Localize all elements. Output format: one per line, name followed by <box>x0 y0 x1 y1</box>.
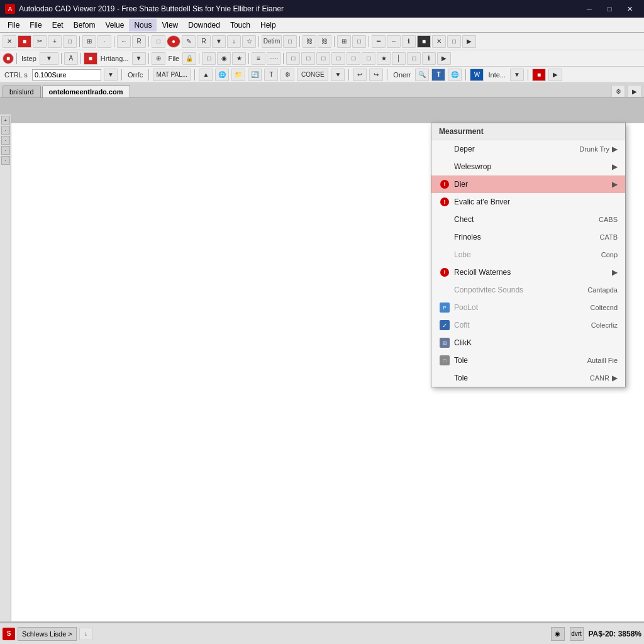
tb3-matpal-btn[interactable]: MAT PAL... <box>153 69 191 81</box>
tb-btn-sqc[interactable]: □ <box>283 35 297 48</box>
tb3-btn-redo2[interactable]: ↪ <box>369 69 383 81</box>
dropdown-item-recioll[interactable]: ! Recioll Waternes ▶ <box>431 264 625 281</box>
menu-item-touch[interactable]: Touch <box>225 19 255 31</box>
tb2-btn21[interactable]: □ <box>407 52 421 65</box>
status-arrow-btn[interactable]: ↓ <box>79 628 93 640</box>
tb3-btn-wheel[interactable]: ⚙ <box>280 69 294 81</box>
tb3-btn-arr2[interactable]: 📁 <box>231 69 245 81</box>
menu-item-file1[interactable]: File <box>3 19 25 31</box>
tb2-btn14[interactable]: □ <box>301 52 315 65</box>
tb-new-btn[interactable]: ✕ <box>3 35 16 48</box>
tb3-btn-globe[interactable]: 🌐 <box>215 69 229 81</box>
dropdown-item-tole1[interactable]: □ Tole Autaill Fie <box>431 352 625 369</box>
dropdown-item-chect[interactable]: Chect CABS <box>431 211 625 228</box>
tb3-btn-dwndrp[interactable]: ▼ <box>104 69 118 81</box>
tb-btn-pencil[interactable]: ✎ <box>182 35 196 48</box>
tb-btn-chain1[interactable]: ⛓ <box>303 35 316 48</box>
dropdown-item-dier[interactable]: ! Dier ▶ <box>431 175 625 193</box>
status-icon-dvrt[interactable]: dvrt <box>570 627 584 641</box>
tb-btn-arrow-dn[interactable]: ↓ <box>227 35 241 48</box>
tb2-btn8[interactable]: □ <box>202 52 216 65</box>
minimize-button[interactable]: ─ <box>580 3 599 15</box>
tab-ontelomeentlrado[interactable]: ontelomeentlrado.com <box>42 86 130 97</box>
tb2-btn7[interactable]: 🔒 <box>182 52 196 65</box>
side-btn-5[interactable]: · <box>1 156 10 165</box>
dropdown-item-tole2[interactable]: Tole CANR ▶ <box>431 369 625 387</box>
tb-btn-sq2[interactable]: □ <box>352 35 366 48</box>
tb3-btn-onerr[interactable]: 🔍 <box>415 69 429 81</box>
tb-btn-x3[interactable]: ✕ <box>432 35 446 48</box>
tb2-btn9[interactable]: ◉ <box>217 52 231 65</box>
tb2-btn18[interactable]: □ <box>362 52 375 65</box>
tb-btn-blk[interactable]: ■ <box>417 35 431 48</box>
side-btn-1[interactable]: + <box>1 116 10 125</box>
tb3-btn-inte-drop[interactable]: ▼ <box>510 69 524 81</box>
maximize-button[interactable]: □ <box>600 3 619 15</box>
tb2-btn6[interactable]: ⊕ <box>152 52 165 65</box>
tb2-btn15[interactable]: □ <box>316 52 330 65</box>
tb-btn-dot[interactable]: · <box>97 35 111 48</box>
menu-item-velue[interactable]: Velue <box>100 19 129 31</box>
tb2-btn22[interactable]: ℹ <box>422 52 436 65</box>
dropdown-item-frinoles[interactable]: Frinoles CATB <box>431 228 625 246</box>
ctrl-input[interactable] <box>32 69 101 80</box>
tb2-btn16[interactable]: □ <box>331 52 345 65</box>
tb2-btn19[interactable]: ★ <box>377 52 391 65</box>
dropdown-item-clikk[interactable]: ⊞ ClikK <box>431 334 625 352</box>
tab-settings-btn[interactable]: ⚙ <box>611 85 625 97</box>
tb-btn-x2[interactable]: Detirn <box>262 35 282 48</box>
tb-open-btn[interactable]: ■ <box>18 35 31 48</box>
tb-save-btn[interactable]: ✂ <box>33 35 47 48</box>
tb-undo-btn[interactable]: □ <box>63 35 77 48</box>
tb3-btn-conge[interactable]: CONGE <box>297 69 328 81</box>
menu-item-nous[interactable]: Nous <box>129 19 157 31</box>
status-red-btn[interactable]: S <box>3 628 15 640</box>
tb-btn-circ2[interactable]: ℹ <box>402 35 416 48</box>
tb-btn-sq3[interactable]: □ <box>447 35 461 48</box>
dropdown-item-evalic[interactable]: ! Evalic at'e Bnver <box>431 193 625 211</box>
tb2-btn23[interactable]: ▶ <box>437 52 451 65</box>
tb2-btn13[interactable]: □ <box>286 52 300 65</box>
tab-bnislurd[interactable]: bnislurd <box>3 86 41 97</box>
tb3-btn-more2[interactable]: ▶ <box>548 69 562 81</box>
tb-btn-r[interactable]: R <box>132 35 146 48</box>
tab-more-btn[interactable]: ▶ <box>628 85 641 97</box>
tb-btn-dash1[interactable]: ━ <box>372 35 386 48</box>
tb2-btn11[interactable]: ≡ <box>252 52 265 65</box>
menu-item-befom[interactable]: Befom <box>69 19 101 31</box>
tb2-btn2[interactable]: ▼ <box>40 52 58 65</box>
tb2-btn4[interactable]: ■ <box>84 52 97 65</box>
menu-item-file2[interactable]: File <box>25 19 47 31</box>
tb-btn-grid[interactable]: ⊞ <box>337 35 351 48</box>
tb3-btn-undo2[interactable]: ↩ <box>353 69 367 81</box>
tb3-btn-red[interactable]: ■ <box>532 69 546 81</box>
dropdown-item-weleswrop[interactable]: Weleswrop ▶ <box>431 158 625 175</box>
tb2-btn5[interactable]: ▼ <box>132 52 146 65</box>
tb-btn-chain2[interactable]: ⛓ <box>318 35 331 48</box>
tb-btn-clipboard[interactable]: □ <box>152 35 165 48</box>
tb2-btn10[interactable]: ★ <box>232 52 246 65</box>
tb3-btn-T2[interactable]: T <box>431 69 445 81</box>
tb-btn-more[interactable]: ▶ <box>462 35 476 48</box>
menu-item-downded[interactable]: Downded <box>183 19 225 31</box>
menu-item-help[interactable]: Help <box>255 19 281 31</box>
tb2-btn1[interactable]: ■ <box>3 53 14 64</box>
menu-item-eet[interactable]: Eet <box>47 19 69 31</box>
tb2-btn3[interactable]: A <box>64 52 78 65</box>
tb3-btn-refresh[interactable]: 🔄 <box>248 69 262 81</box>
tb-btn-star[interactable]: ☆ <box>242 35 256 48</box>
tb-btn-dash2[interactable]: ╌ <box>387 35 401 48</box>
dropdown-item-deper[interactable]: Deper Drunk Try ▶ <box>431 140 625 158</box>
status-icon-circle[interactable]: ◉ <box>551 627 565 641</box>
tb3-btn-globe2[interactable]: 🌐 <box>448 69 462 81</box>
side-btn-4[interactable]: · <box>1 146 10 155</box>
tb-btn-circle[interactable]: ● <box>167 35 180 48</box>
side-btn-3[interactable]: · <box>1 136 10 145</box>
tb2-btn12[interactable]: ····· <box>267 52 280 65</box>
tb3-btn-font[interactable]: T <box>264 69 278 81</box>
side-btn-2[interactable]: · <box>1 126 10 135</box>
close-button[interactable]: ✕ <box>620 3 639 15</box>
tb2-btn17[interactable]: □ <box>347 52 360 65</box>
tb-btn-arr[interactable]: ← <box>117 35 131 48</box>
tb3-btn-word[interactable]: W <box>470 69 484 81</box>
